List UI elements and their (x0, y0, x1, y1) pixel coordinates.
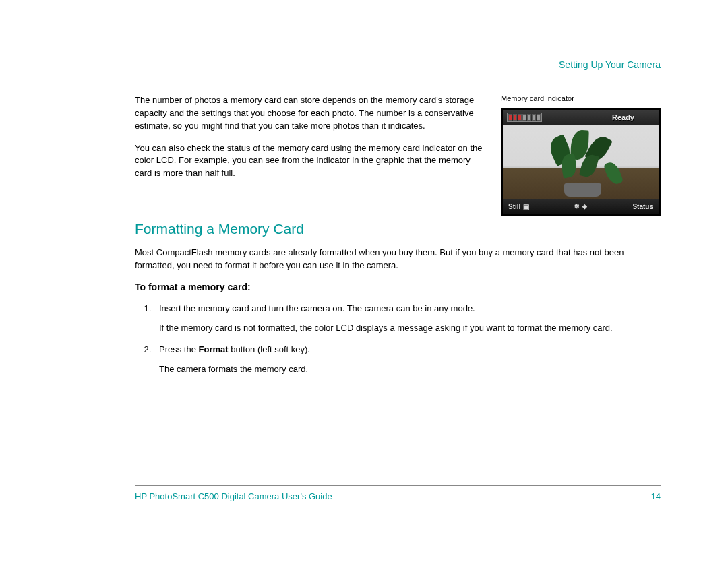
lcd-screen: Ready (501, 108, 661, 216)
left-soft-label: Still (508, 203, 520, 210)
section-heading: Formatting a Memory Card (135, 221, 661, 237)
right-soft-label: Status (632, 203, 653, 210)
lcd-preview (503, 125, 659, 199)
procedure-heading: To format a memory card: (135, 282, 661, 292)
step-2-sub: The camera formats the memory card. (159, 363, 661, 376)
format-button-label: Format (199, 344, 229, 354)
right-soft-key: Status (632, 203, 653, 210)
camera-icon: ▣ (523, 203, 529, 210)
step-1-text: Insert the memory card and turn the came… (159, 303, 475, 313)
intro-paragraph-2: You can also check the status of the mem… (135, 142, 484, 181)
header-section: Setting Up Your Camera (559, 59, 661, 70)
header-rule (135, 73, 661, 73)
step-1: Insert the memory card and turn the came… (154, 302, 661, 335)
left-soft-key: Still ▣ (508, 203, 529, 210)
lcd-bottom-bar: Still ▣ ✲ ◈ Status (503, 199, 659, 214)
figure: Memory card indicator (501, 94, 661, 216)
step-2-post: button (left soft key). (229, 344, 310, 354)
footer-title: HP PhotoSmart C500 Digital Camera User's… (135, 491, 332, 501)
step-2-text: Press the Format button (left soft key). (159, 344, 310, 354)
memory-indicator (507, 113, 542, 122)
page-number: 14 (651, 491, 661, 501)
lcd-top-bar: Ready (503, 110, 659, 125)
flower-icon: ✲ (574, 203, 580, 210)
figure-caption-text: Memory card indicator (501, 94, 574, 102)
section-intro: Most CompactFlash memory cards are alrea… (135, 247, 661, 272)
mode-icons: ✲ ◈ (574, 203, 587, 210)
ready-label: Ready (612, 113, 634, 121)
footer: HP PhotoSmart C500 Digital Camera User's… (135, 485, 661, 501)
figure-caption: Memory card indicator (501, 94, 661, 102)
procedure-list: Insert the memory card and turn the came… (135, 302, 661, 376)
step-2-pre: Press the (159, 344, 199, 354)
step-2: Press the Format button (left soft key).… (154, 343, 661, 376)
step-1-sub: If the memory card is not formatted, the… (159, 321, 661, 335)
flash-icon: ◈ (582, 203, 587, 210)
intro-paragraph-1: The number of photos a memory card can s… (135, 94, 484, 133)
